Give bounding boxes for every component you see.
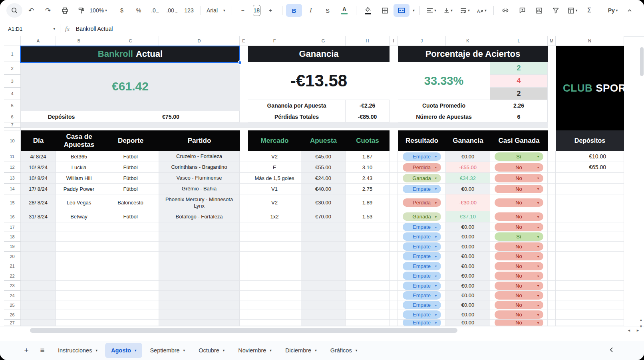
cell-ganancia[interactable]: €0.00 <box>446 271 490 281</box>
cell-resultado[interactable]: Empate▼ <box>398 271 446 281</box>
aciertos-count-cell[interactable]: 2 <box>490 62 548 75</box>
dropdown-pill-ganada[interactable]: Ganada▼ <box>403 212 441 221</box>
font-select[interactable]: Arial▾ <box>205 4 227 17</box>
header-dia[interactable]: Día <box>21 130 56 151</box>
club-sport-logo-cell[interactable]: CLUBSPOR <box>556 46 624 130</box>
text-color-button[interactable]: A <box>336 4 352 17</box>
dropdown-pill-no[interactable]: No▼ <box>495 310 543 319</box>
vertical-align-button[interactable]: ▾ <box>440 4 456 17</box>
cell-apuesta[interactable]: €70.00 <box>301 211 346 222</box>
cell-dia[interactable] <box>21 281 56 291</box>
cell-spacer[interactable] <box>548 173 556 184</box>
select-all-corner[interactable] <box>4 36 21 46</box>
cell-deposito[interactable] <box>556 194 624 211</box>
cell-deporte[interactable] <box>102 232 159 242</box>
cell-spacer[interactable] <box>240 211 248 222</box>
cell-apuesta[interactable]: €30.00 <box>301 194 346 211</box>
cell-spacer[interactable] <box>390 271 398 281</box>
cell-dia[interactable]: 17/ 8/24 <box>21 184 56 194</box>
cell-dia[interactable] <box>21 300 56 310</box>
cell-partido[interactable]: Corinthians - Bragantino <box>159 162 240 173</box>
cell-dia[interactable] <box>21 271 56 281</box>
bankroll-title-cell[interactable]: BankrollActual <box>21 46 240 62</box>
cell-resultado[interactable]: Empate▼ <box>398 252 446 261</box>
cell-casa[interactable]: William Hill <box>56 173 102 184</box>
row-header-22[interactable]: 22 <box>4 271 21 281</box>
cell-partido[interactable] <box>159 300 240 310</box>
dropdown-pill-empate[interactable]: Empate▼ <box>403 223 441 231</box>
horizontal-scrollbar-thumb[interactable] <box>30 328 457 333</box>
header-depositos[interactable]: Depósitos <box>556 130 624 151</box>
deposits-value-cell[interactable]: €75.00 <box>102 111 240 122</box>
row-header-20[interactable]: 20 <box>4 252 21 261</box>
collapse-side-panel-button[interactable] <box>606 344 617 355</box>
italic-button[interactable]: I <box>303 4 319 17</box>
redo-button[interactable]: ↷ <box>40 4 56 17</box>
cell-casa[interactable] <box>56 242 102 252</box>
cell-cuotas[interactable]: 2.43 <box>346 173 390 184</box>
merge-cells-button[interactable] <box>394 4 409 17</box>
dropdown-pill-no[interactable]: No▼ <box>495 320 543 326</box>
cell-deporte[interactable] <box>102 300 159 310</box>
cell-partido[interactable] <box>159 310 240 320</box>
scroll-left-icon[interactable]: ◄ <box>627 329 631 332</box>
cell-mercado[interactable] <box>248 242 301 252</box>
cell-spacer[interactable] <box>548 310 556 320</box>
cell-dia[interactable] <box>21 261 56 271</box>
cell-apuesta[interactable] <box>301 222 346 232</box>
cell-deporte[interactable] <box>102 281 159 291</box>
cell-spacer[interactable] <box>548 261 556 271</box>
cell-ganancia[interactable]: €0.00 <box>446 222 490 232</box>
cell-apuesta[interactable]: €24.00 <box>301 173 346 184</box>
dropdown-pill-empate[interactable]: Empate▼ <box>403 320 441 326</box>
insert-link-button[interactable] <box>497 4 513 17</box>
spreadsheet-grid[interactable]: ABCDEFGHIJKLMN12345671011121314151617181… <box>0 36 624 326</box>
cell-spacer[interactable] <box>240 232 248 242</box>
ganancia-por-apuesta-label[interactable]: Ganancia por Apuesta <box>248 100 346 111</box>
cell-apuesta[interactable] <box>301 281 346 291</box>
cell-casi-ganada[interactable]: No▼ <box>490 211 548 222</box>
cell-cuotas[interactable] <box>346 310 390 320</box>
cell-spacer[interactable] <box>390 320 398 326</box>
perdidas-totales-value[interactable]: -€85.00 <box>346 111 390 122</box>
numero-apuestas-value[interactable]: 6 <box>490 111 548 122</box>
horizontal-align-button[interactable]: ▾ <box>423 4 439 17</box>
cell-spacer[interactable] <box>390 242 398 252</box>
dropdown-pill-perdida[interactable]: Perdida▼ <box>403 163 441 172</box>
cell-mercado[interactable] <box>248 310 301 320</box>
cell-deporte[interactable] <box>102 291 159 300</box>
cell-casi-ganada[interactable]: No▼ <box>490 300 548 310</box>
cell-dia[interactable] <box>21 291 56 300</box>
cell-deposito[interactable] <box>556 211 624 222</box>
cell-dia[interactable] <box>21 232 56 242</box>
cell-apuesta[interactable] <box>301 261 346 271</box>
cell-spacer[interactable] <box>390 232 398 242</box>
cell-dia[interactable] <box>21 310 56 320</box>
cell-deporte[interactable]: Baloncesto <box>102 194 159 211</box>
cell-resultado[interactable]: Empate▼ <box>398 222 446 232</box>
cell-spacer[interactable] <box>548 194 556 211</box>
print-button[interactable] <box>57 4 73 17</box>
dropdown-pill-empate[interactable]: Empate▼ <box>403 252 441 260</box>
cell-mercado[interactable]: E <box>248 162 301 173</box>
cell-casa[interactable]: Luckia <box>56 162 102 173</box>
cell-cuotas[interactable]: 3.10 <box>346 162 390 173</box>
dropdown-pill-no[interactable]: No▼ <box>495 212 543 221</box>
cell-cuotas[interactable]: 2.75 <box>346 184 390 194</box>
scroll-down-icon[interactable]: ▼ <box>639 325 643 328</box>
dropdown-pill-no[interactable]: No▼ <box>495 223 543 231</box>
cell-apuesta[interactable] <box>301 252 346 261</box>
cell-apuesta[interactable] <box>301 310 346 320</box>
dropdown-pill-no[interactable]: No▼ <box>495 252 543 260</box>
porcentaje-value-cell[interactable]: 33.33% <box>398 62 490 100</box>
cell-mercado[interactable] <box>248 222 301 232</box>
cell-resultado[interactable]: Ganada▼ <box>398 173 446 184</box>
cell-cuotas[interactable] <box>346 271 390 281</box>
cell-casa[interactable] <box>56 232 102 242</box>
dropdown-pill-sí[interactable]: Sí▼ <box>495 232 543 241</box>
cell-spacer[interactable] <box>390 211 398 222</box>
formula-input[interactable]: Bankroll Actual <box>76 26 113 32</box>
cell-spacer[interactable] <box>240 222 248 232</box>
format-percent-button[interactable]: % <box>131 4 147 17</box>
cell-casa[interactable] <box>56 261 102 271</box>
